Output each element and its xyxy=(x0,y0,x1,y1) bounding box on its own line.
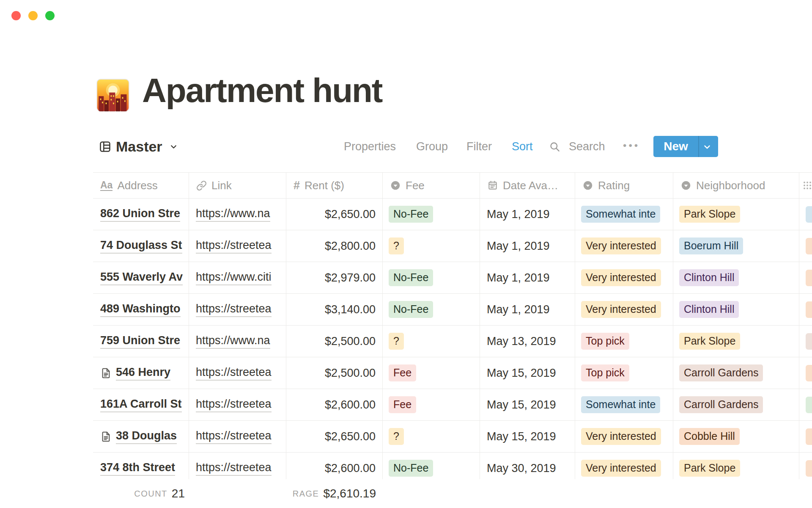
link-text[interactable]: https://streetea xyxy=(196,302,272,317)
new-button[interactable]: New xyxy=(653,136,718,157)
cell-overflow[interactable] xyxy=(799,294,812,325)
cell-date[interactable]: May 1, 2019 xyxy=(480,230,575,262)
cell-fee[interactable]: Fee xyxy=(383,357,480,389)
cell-rent[interactable]: $3,140.00 xyxy=(286,294,383,325)
cell-date[interactable]: May 15, 2019 xyxy=(480,389,575,420)
cell-fee[interactable]: No-Fee xyxy=(383,453,480,479)
cell-date[interactable]: May 1, 2019 xyxy=(480,294,575,325)
cell-address[interactable]: 374 8th Street xyxy=(93,453,189,479)
cell-rating[interactable]: Very interested xyxy=(575,421,673,452)
cell-link[interactable]: https://streetea xyxy=(189,421,286,452)
cell-fee[interactable]: No-Fee xyxy=(383,294,480,325)
cell-link[interactable]: https://streetea xyxy=(189,357,286,389)
cell-link[interactable]: https://streetea xyxy=(189,389,286,420)
view-switcher[interactable]: Master xyxy=(116,136,162,157)
column-header-rent[interactable]: # Rent ($) xyxy=(286,173,383,198)
search-button[interactable]: Search xyxy=(569,136,605,157)
cell-neighborhood[interactable]: Park Slope xyxy=(673,326,799,357)
cell-overflow[interactable] xyxy=(799,421,812,452)
cell-fee[interactable]: No-Fee xyxy=(383,199,480,230)
cell-date[interactable]: May 1, 2019 xyxy=(480,262,575,293)
cell-neighborhood[interactable]: Clinton Hill xyxy=(673,294,799,325)
new-dropdown-chevron-icon[interactable] xyxy=(702,142,712,152)
cell-address[interactable]: 74 Douglass St xyxy=(93,230,189,262)
column-header-date[interactable]: Date Ava… xyxy=(480,173,575,198)
cell-neighborhood[interactable]: Clinton Hill xyxy=(673,262,799,293)
sort-button[interactable]: Sort xyxy=(512,136,533,157)
cell-rating[interactable]: Top pick xyxy=(575,326,673,357)
cell-date[interactable]: May 30, 2019 xyxy=(480,453,575,479)
link-text[interactable]: https://streetea xyxy=(196,366,272,381)
link-text[interactable]: https://streetea xyxy=(196,461,272,476)
cell-overflow[interactable] xyxy=(799,389,812,420)
cell-neighborhood[interactable]: Park Slope xyxy=(673,453,799,479)
search-icon[interactable] xyxy=(549,141,560,152)
cell-rating[interactable]: Very interested xyxy=(575,294,673,325)
cell-date[interactable]: May 1, 2019 xyxy=(480,199,575,230)
cell-address[interactable]: 862 Union Stre xyxy=(93,199,189,230)
average-calculation[interactable]: RAGE $2,610.19 xyxy=(286,479,383,508)
column-header-overflow[interactable] xyxy=(799,173,812,198)
cell-link[interactable]: https://www.citi xyxy=(189,262,286,293)
cell-rent[interactable]: $2,800.00 xyxy=(286,230,383,262)
cell-date[interactable]: May 15, 2019 xyxy=(480,421,575,452)
cell-address[interactable]: 161A Carroll St xyxy=(93,389,189,420)
cell-link[interactable]: https://www.na xyxy=(189,199,286,230)
cell-date[interactable]: May 15, 2019 xyxy=(480,357,575,389)
cell-rating[interactable]: Very interested xyxy=(575,453,673,479)
link-text[interactable]: https://www.na xyxy=(196,334,270,349)
cell-overflow[interactable] xyxy=(799,262,812,293)
link-text[interactable]: https://streetea xyxy=(196,398,272,412)
cell-fee[interactable]: ? xyxy=(383,421,480,452)
column-header-neighborhood[interactable]: Neighborhood xyxy=(673,173,799,198)
page-emoji-icon[interactable] xyxy=(96,79,129,112)
cell-link[interactable]: https://streetea xyxy=(189,453,286,479)
cell-rating[interactable]: Very interested xyxy=(575,230,673,262)
cell-rent[interactable]: $2,600.00 xyxy=(286,453,383,479)
cell-overflow[interactable] xyxy=(799,199,812,230)
properties-button[interactable]: Properties xyxy=(344,136,396,157)
cell-overflow[interactable] xyxy=(799,357,812,389)
cell-link[interactable]: https://streetea xyxy=(189,230,286,262)
cell-neighborhood[interactable]: Carroll Gardens xyxy=(673,389,799,420)
cell-overflow[interactable] xyxy=(799,453,812,479)
cell-fee[interactable]: Fee xyxy=(383,389,480,420)
cell-rent[interactable]: $2,600.00 xyxy=(286,389,383,420)
cell-rent[interactable]: $2,650.00 xyxy=(286,199,383,230)
cell-rent[interactable]: $2,500.00 xyxy=(286,357,383,389)
page-title[interactable]: Apartment hunt xyxy=(142,71,382,110)
cell-address[interactable]: 489 Washingto xyxy=(93,294,189,325)
filter-button[interactable]: Filter xyxy=(466,136,492,157)
column-header-link[interactable]: Link xyxy=(189,173,286,198)
cell-fee[interactable]: ? xyxy=(383,326,480,357)
cell-link[interactable]: https://streetea xyxy=(189,294,286,325)
more-options-button[interactable]: ••• xyxy=(623,136,640,157)
link-text[interactable]: https://www.citi xyxy=(196,271,272,285)
cell-neighborhood[interactable]: Park Slope xyxy=(673,199,799,230)
link-text[interactable]: https://www.na xyxy=(196,207,270,222)
cell-address[interactable]: 546 Henry xyxy=(93,357,189,389)
cell-rating[interactable]: Very interested xyxy=(575,262,673,293)
cell-link[interactable]: https://www.na xyxy=(189,326,286,357)
cell-rating[interactable]: Somewhat inte xyxy=(575,389,673,420)
cell-address[interactable]: 555 Waverly Av xyxy=(93,262,189,293)
cell-overflow[interactable] xyxy=(799,326,812,357)
close-button[interactable] xyxy=(11,11,21,20)
chevron-down-icon[interactable] xyxy=(169,142,178,151)
count-calculation[interactable]: COUNT 21 xyxy=(93,479,189,508)
column-header-rating[interactable]: Rating xyxy=(575,173,673,198)
cell-rent[interactable]: $2,979.00 xyxy=(286,262,383,293)
cell-fee[interactable]: No-Fee xyxy=(383,262,480,293)
cell-rating[interactable]: Somewhat inte xyxy=(575,199,673,230)
cell-rent[interactable]: $2,650.00 xyxy=(286,421,383,452)
cell-address[interactable]: 38 Douglas xyxy=(93,421,189,452)
column-header-fee[interactable]: Fee xyxy=(383,173,480,198)
cell-address[interactable]: 759 Union Stre xyxy=(93,326,189,357)
zoom-button[interactable] xyxy=(45,11,55,20)
cell-rating[interactable]: Top pick xyxy=(575,357,673,389)
cell-neighborhood[interactable]: Cobble Hill xyxy=(673,421,799,452)
cell-neighborhood[interactable]: Carroll Gardens xyxy=(673,357,799,389)
cell-date[interactable]: May 13, 2019 xyxy=(480,326,575,357)
link-text[interactable]: https://streetea xyxy=(196,429,272,444)
column-header-address[interactable]: Aa Address xyxy=(93,173,189,198)
